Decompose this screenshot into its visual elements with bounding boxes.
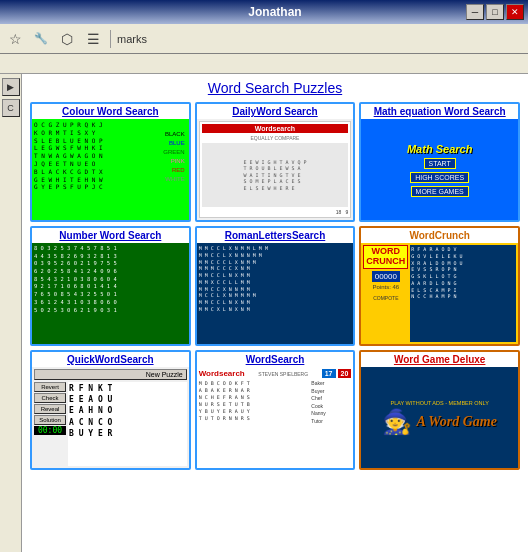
game-thumb-wordsearch: Wordsearch STEVEN SPIELBERG 17 20 M D B … (197, 367, 354, 468)
quick-solution-btn[interactable]: Solution (34, 415, 66, 425)
quick-check-btn[interactable]: Check (34, 393, 66, 403)
ws-score-2: 20 (338, 369, 352, 378)
quick-new-puzzle-btn[interactable]: New Puzzle (34, 369, 187, 380)
game-grid: Colour Word Search O C G Z U P R Q K J K… (30, 102, 520, 470)
game-title-wordgame: Word Game Deluxe (361, 352, 518, 367)
game-cell-roman[interactable]: RomanLettersSearch M M C C L X N M M L M… (195, 226, 356, 346)
maximize-button[interactable]: □ (486, 4, 504, 20)
daily-number: 18 9 (202, 209, 349, 215)
wordcrunch-ws-content: WORDCRUNCH 00000 Points: 46 COMPOTE R F … (361, 243, 518, 344)
wc-score: 00000 (372, 271, 400, 282)
quick-grid: R F N K T E E A O U E A H N O A C N C O … (68, 382, 187, 466)
colour-blue: BLUE (162, 139, 185, 147)
wgd-instruction: PLAY WITHOUT ADS - MEMBER ONLY (391, 400, 489, 406)
ws-body: M D B C O O K F T A B A K E R N A R N C … (199, 380, 352, 466)
quick-revert-btn[interactable]: Revert (34, 382, 66, 392)
game-title-colour: Colour Word Search (32, 104, 189, 119)
close-button[interactable]: ✕ (506, 4, 524, 20)
ws-puzzle-area: M D B C O O K F T A B A K E R N A R N C … (199, 380, 310, 466)
quick-reveal-btn[interactable]: Reveal (34, 404, 66, 414)
menu-button[interactable]: ☰ (82, 28, 104, 50)
minimize-button[interactable]: ─ (466, 4, 484, 20)
wc-compote: COMPOTE (373, 295, 398, 301)
game-thumb-wordcrunch: WORDCRUNCH 00000 Points: 46 COMPOTE R F … (361, 243, 518, 344)
window-title: Jonathan (84, 5, 466, 19)
wc-right-panel: R F A R A O D V G O V L E L E K U X R A … (410, 245, 516, 342)
browser-body: ▶ C Word Search Puzzles Colour Word Sear… (0, 74, 528, 552)
quick-ws-content: New Puzzle Revert Check Reveal Solution … (32, 367, 189, 468)
game-cell-math[interactable]: Math equation Word Search Math Search ST… (359, 102, 520, 222)
toolbar-separator (110, 30, 111, 48)
title-bar: Jonathan ─ □ ✕ (0, 0, 528, 24)
ws-header-row: Wordsearch STEVEN SPIELBERG 17 20 (199, 369, 352, 378)
wc-points: Points: 46 (372, 284, 399, 290)
sidebar-btn-2[interactable]: C (2, 99, 20, 117)
daily-compare: EQUALLY COMPARE (202, 135, 349, 141)
game-thumb-wordgame: PLAY WITHOUT ADS - MEMBER ONLY 🧙 A Word … (361, 367, 518, 468)
daily-header: Wordsearch (202, 124, 349, 133)
bookmarks-label: marks (117, 33, 147, 45)
ws-word-list: BakerBuyerChefCookNannyTutor (311, 380, 351, 466)
game-cell-quick[interactable]: QuickWordSearch New Puzzle Revert Check … (30, 350, 191, 470)
game-thumb-number: 8 0 3 2 5 3 7 4 5 7 8 5 1 4 4 3 5 8 2 6 … (32, 243, 189, 344)
window-controls: ─ □ ✕ (466, 4, 524, 20)
math-btn-moregames[interactable]: MORE GAMES (411, 186, 469, 197)
ws-author: STEVEN SPIELBERG (258, 371, 308, 377)
game-title-math: Math equation Word Search (361, 104, 518, 119)
game-title-number: Number Word Search (32, 228, 189, 243)
math-ws-content: Math Search START HIGH SCORES MORE GAMES (361, 119, 518, 220)
quick-main-area: Revert Check Reveal Solution 00:00 R F N… (34, 382, 187, 466)
ws-header-title: Wordsearch (199, 369, 245, 378)
colour-green: GREEN (162, 148, 185, 156)
wordsearch-ws-content: Wordsearch STEVEN SPIELBERG 17 20 M D B … (197, 367, 354, 468)
colour-red: RED (162, 166, 185, 174)
colour-pink: PINK (162, 157, 185, 165)
daily-ws-inner: Wordsearch EQUALLY COMPARE E E W I G H T… (199, 121, 352, 218)
game-thumb-colour: O C G Z U P R Q K J K O R M T I S X Y S … (32, 119, 189, 220)
wgd-character: 🧙 (382, 408, 412, 436)
game-cell-wordcrunch[interactable]: WordCrunch WORDCRUNCH 00000 Points: 46 C… (359, 226, 520, 346)
wgd-title-area: A Word Game (416, 414, 496, 430)
colour-black: BLACK (162, 130, 185, 138)
game-title-wordsearch: WordSearch (197, 352, 354, 367)
address-bar-row (0, 54, 528, 74)
colour-ws-content: O C G Z U P R Q K J K O R M T I S X Y S … (32, 119, 189, 220)
sidebar-btn-1[interactable]: ▶ (2, 78, 20, 96)
game-title-wordcrunch: WordCrunch (361, 228, 518, 243)
quick-controls: Revert Check Reveal Solution 00:00 (34, 382, 66, 466)
game-title-roman: RomanLettersSearch (197, 228, 354, 243)
wc-left-panel: WORDCRUNCH 00000 Points: 46 COMPOTE (363, 245, 408, 342)
game-title-daily: DailyWord Search (197, 104, 354, 119)
game-cell-wordsearch[interactable]: WordSearch Wordsearch STEVEN SPIELBERG 1… (195, 350, 356, 470)
math-btn-highscores[interactable]: HIGH SCORES (410, 172, 469, 183)
math-btn-start[interactable]: START (424, 158, 456, 169)
wordgame-ws-content: PLAY WITHOUT ADS - MEMBER ONLY 🧙 A Word … (361, 367, 518, 468)
game-cell-wordgame[interactable]: Word Game Deluxe PLAY WITHOUT ADS - MEMB… (359, 350, 520, 470)
ws-score-1: 17 (322, 369, 336, 378)
game-thumb-quick: New Puzzle Revert Check Reveal Solution … (32, 367, 189, 468)
game-cell-colour-word-search[interactable]: Colour Word Search O C G Z U P R Q K J K… (30, 102, 191, 222)
star-button[interactable]: ☆ (4, 28, 26, 50)
number-ws-content: 8 0 3 2 5 3 7 4 5 7 8 5 1 4 4 3 5 8 2 6 … (32, 243, 189, 344)
game-cell-daily-word-search[interactable]: DailyWord Search Wordsearch EQUALLY COMP… (195, 102, 356, 222)
main-content: Word Search Puzzles Colour Word Search O… (22, 74, 528, 552)
game-thumb-math: Math Search START HIGH SCORES MORE GAMES (361, 119, 518, 220)
back-button[interactable]: ⬡ (56, 28, 78, 50)
game-title-quick: QuickWordSearch (32, 352, 189, 367)
wgd-game-title: A Word Game (416, 414, 496, 430)
colour-white: WHITE (162, 175, 185, 183)
game-thumb-roman: M M C C L X N M M L M M M M C C L X N N … (197, 243, 354, 344)
math-game-title: Math Search (407, 143, 472, 155)
roman-ws-content: M M C C L X N M M L M M M M C C L X N N … (197, 243, 354, 344)
game-thumb-daily: Wordsearch EQUALLY COMPARE E E W I G H T… (197, 119, 354, 220)
colour-sidebar: BLACK BLUE GREEN PINK RED WHITE (161, 129, 186, 184)
browser-sidebar: ▶ C (0, 74, 22, 552)
game-cell-number[interactable]: Number Word Search 8 0 3 2 5 3 7 4 5 7 8… (30, 226, 191, 346)
page-title[interactable]: Word Search Puzzles (30, 80, 520, 96)
daily-ws-content: Wordsearch EQUALLY COMPARE E E W I G H T… (197, 119, 354, 220)
daily-grid: E E W I G H T A V Q P T R O U B L E W S … (243, 159, 306, 192)
daily-puzzle-area: E E W I G H T A V Q P T R O U B L E W S … (202, 143, 349, 207)
browser-toolbar: ☆ 🔧 ⬡ ☰ marks (0, 24, 528, 54)
wc-logo: WORDCRUNCH (363, 245, 408, 269)
addon-button[interactable]: 🔧 (30, 28, 52, 50)
